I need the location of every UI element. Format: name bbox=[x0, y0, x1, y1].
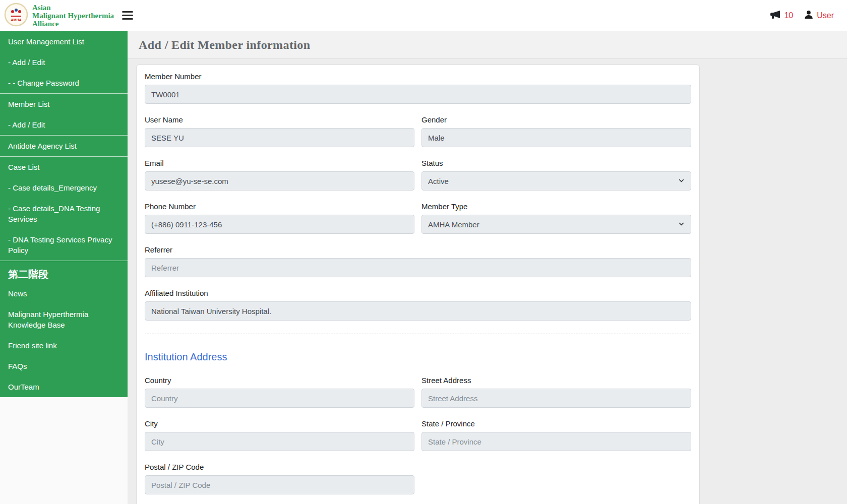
country-label: Country bbox=[145, 376, 414, 385]
sidebar-nav: User Management List - Add / Edit - - Ch… bbox=[0, 31, 128, 397]
sidebar: User Management List - Add / Edit - - Ch… bbox=[0, 31, 128, 504]
phone-input[interactable] bbox=[145, 215, 414, 234]
app-header: AMHA Asian Malignant Hyperthermia Allian… bbox=[0, 0, 847, 31]
field-phone: Phone Number bbox=[145, 202, 414, 234]
field-user-name: User Name bbox=[145, 115, 414, 147]
state-province-label: State / Province bbox=[421, 419, 691, 428]
email-input[interactable] bbox=[145, 171, 414, 191]
city-input[interactable] bbox=[145, 432, 414, 451]
postal-zip-label: Postal / ZIP Code bbox=[145, 463, 414, 471]
field-status: Status Active bbox=[421, 159, 691, 191]
notification-count-badge: 10 bbox=[784, 11, 793, 20]
sidebar-item-user-add-edit[interactable]: - Add / Edit bbox=[0, 52, 128, 73]
page-title: Add / Edit Member information bbox=[139, 38, 311, 52]
brand-title: Asian Malignant Hyperthermia Alliance bbox=[32, 4, 114, 28]
sidebar-item-news[interactable]: News bbox=[0, 283, 128, 304]
field-email: Email bbox=[145, 159, 414, 191]
member-type-select[interactable]: AMHA Member bbox=[421, 215, 691, 234]
sidebar-item-antidote-agency-list[interactable]: Antidote Agency List bbox=[0, 136, 128, 156]
affiliated-institution-label: Affiliated Institution bbox=[145, 289, 691, 297]
user-name-input[interactable] bbox=[145, 128, 414, 147]
sidebar-item-case-details-emergency[interactable]: - Case details_Emergency bbox=[0, 177, 128, 198]
field-member-type: Member Type AMHA Member bbox=[421, 202, 691, 234]
member-form-card: Member Number User Name Gender Email Sta… bbox=[136, 65, 700, 504]
user-menu-label: User bbox=[817, 11, 834, 20]
sidebar-item-case-list[interactable]: Case List bbox=[0, 157, 128, 177]
sidebar-item-faqs[interactable]: FAQs bbox=[0, 356, 128, 376]
status-label: Status bbox=[421, 159, 691, 167]
street-address-input[interactable] bbox=[421, 389, 691, 408]
postal-zip-input[interactable] bbox=[145, 475, 414, 494]
brand-link[interactable]: AMHA Asian Malignant Hyperthermia Allian… bbox=[0, 3, 114, 29]
sidebar-item-member-add-edit[interactable]: - Add / Edit bbox=[0, 114, 128, 135]
status-select[interactable]: Active bbox=[421, 171, 691, 191]
member-number-label: Member Number bbox=[145, 72, 691, 81]
header-actions: 10 User bbox=[769, 9, 847, 23]
gender-label: Gender bbox=[421, 115, 691, 124]
empty-column bbox=[421, 463, 691, 504]
user-name-label: User Name bbox=[145, 115, 414, 124]
user-icon bbox=[803, 9, 814, 22]
megaphone-icon bbox=[769, 9, 781, 23]
field-city: City bbox=[145, 419, 414, 451]
street-address-label: Street Address bbox=[421, 376, 691, 385]
logo-text: AMHA bbox=[11, 18, 22, 22]
sidebar-item-friend-site-link[interactable]: Friend site link bbox=[0, 335, 128, 356]
field-street-address: Street Address bbox=[421, 376, 691, 408]
notifications-button[interactable]: 10 bbox=[769, 9, 793, 23]
field-affiliated-institution: Affiliated Institution bbox=[145, 289, 691, 321]
main-content: Add / Edit Member information Member Num… bbox=[128, 31, 847, 504]
country-input[interactable] bbox=[145, 389, 414, 408]
page-titlebar: Add / Edit Member information bbox=[128, 31, 847, 59]
brand-logo-icon: AMHA bbox=[4, 3, 28, 29]
field-country: Country bbox=[145, 376, 414, 408]
member-number-input[interactable] bbox=[145, 85, 691, 104]
field-referrer: Referrer bbox=[145, 245, 691, 277]
institution-address-heading: Institution Address bbox=[145, 351, 691, 363]
sidebar-item-member-list[interactable]: Member List bbox=[0, 94, 128, 114]
referrer-input[interactable] bbox=[145, 258, 691, 277]
sidebar-item-ourteam[interactable]: OurTeam bbox=[0, 376, 128, 397]
city-label: City bbox=[145, 419, 414, 428]
sidebar-item-dna-privacy-policy[interactable]: - DNA Testing Services Privacy Policy bbox=[0, 229, 128, 261]
sidebar-item-user-management-list[interactable]: User Management List bbox=[0, 31, 128, 52]
field-member-number: Member Number bbox=[145, 72, 691, 104]
sidebar-item-mh-knowledge-base[interactable]: Malignant Hyperthermia Knowledge Base bbox=[0, 304, 128, 335]
user-menu-button[interactable]: User bbox=[803, 9, 834, 22]
gender-input[interactable] bbox=[421, 128, 691, 147]
email-label: Email bbox=[145, 159, 414, 167]
phone-label: Phone Number bbox=[145, 202, 414, 211]
state-province-input[interactable] bbox=[421, 432, 691, 451]
field-gender: Gender bbox=[421, 115, 691, 147]
affiliated-institution-input[interactable] bbox=[145, 301, 691, 321]
member-type-label: Member Type bbox=[421, 202, 691, 211]
section-divider bbox=[145, 334, 691, 334]
sidebar-item-case-details-dna-testing[interactable]: - Case details_DNA Testing Services bbox=[0, 198, 128, 229]
referrer-label: Referrer bbox=[145, 245, 691, 254]
field-state-province: State / Province bbox=[421, 419, 691, 451]
menu-toggle-button[interactable] bbox=[122, 11, 134, 21]
field-postal-zip: Postal / ZIP Code bbox=[145, 463, 414, 494]
sidebar-section-phase2: 第二階段 bbox=[0, 261, 128, 283]
sidebar-item-change-password[interactable]: - - Change Password bbox=[0, 73, 128, 93]
